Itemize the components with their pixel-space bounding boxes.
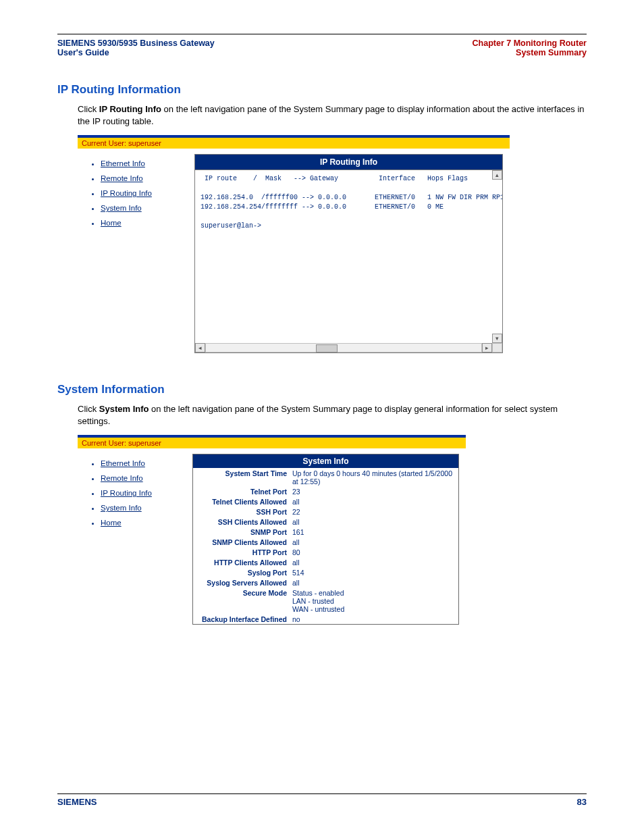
- sidebar: Ethernet Info Remote Info IP Routing Inf…: [78, 149, 194, 360]
- row-key: HTTP Clients Allowed: [193, 557, 290, 567]
- row-key: HTTP Port: [193, 547, 290, 557]
- sidebar-item-ethernet-info[interactable]: Ethernet Info: [101, 159, 145, 167]
- row-key: Syslog Servers Allowed: [193, 577, 290, 588]
- row-value: all: [290, 537, 458, 547]
- row-key: SNMP Clients Allowed: [193, 537, 290, 547]
- scroll-up-icon[interactable]: ▴: [492, 170, 502, 180]
- row-value: 161: [290, 527, 458, 537]
- scroll-h-track[interactable]: [205, 343, 482, 353]
- row-key: SNMP Port: [193, 527, 290, 537]
- sidebar2-item-ethernet-info[interactable]: Ethernet Info: [101, 459, 145, 467]
- sidebar-item-ip-routing-info[interactable]: IP Routing Info: [101, 189, 152, 197]
- para1-bold: IP Routing Info: [99, 104, 161, 114]
- scroll-corner: [492, 343, 502, 353]
- sidebar2-item-system-info[interactable]: System Info: [101, 504, 142, 512]
- table-row: SSH Port22: [193, 506, 458, 517]
- row-value: 23: [290, 486, 458, 496]
- sidebar-2: Ethernet Info Remote Info IP Routing Inf…: [78, 448, 192, 631]
- figure-system-info: Current User: superuser Ethernet Info Re…: [78, 435, 587, 631]
- row-value: all: [290, 517, 458, 527]
- table-row: SSH Clients Allowedall: [193, 517, 458, 527]
- section2-para: Click System Info on the left navigation…: [57, 403, 587, 427]
- header-left-line2: User's Guide: [57, 48, 215, 57]
- sidebar2-item-ip-routing-info[interactable]: IP Routing Info: [101, 489, 152, 497]
- row-key: System Start Time: [193, 468, 290, 486]
- row-key: Secure Mode: [193, 588, 290, 614]
- row-value: 22: [290, 506, 458, 517]
- header-right-line2: System Summary: [473, 48, 587, 57]
- row-key: Telnet Clients Allowed: [193, 496, 290, 506]
- para2-pre: Click: [78, 404, 99, 414]
- scroll-h-thumb[interactable]: [316, 344, 338, 353]
- row-value: Up for 0 days 0 hours 40 minutes (starte…: [290, 468, 458, 486]
- sidebar-item-system-info[interactable]: System Info: [101, 204, 142, 212]
- section-heading-ip-routing: IP Routing Information: [57, 83, 587, 97]
- section1-para: Click IP Routing Info on the left naviga…: [57, 103, 587, 127]
- row-key: Syslog Port: [193, 567, 290, 577]
- table-row: Secure ModeStatus - enabled LAN - truste…: [193, 588, 458, 614]
- table-row: Telnet Port23: [193, 486, 458, 496]
- para2-post: on the left navigation pane of the Syste…: [78, 404, 558, 426]
- scroll-down-icon[interactable]: ▾: [492, 334, 502, 343]
- sidebar2-item-home[interactable]: Home: [101, 519, 122, 527]
- header-right-line1: Chapter 7 Monitoring Router: [473, 38, 587, 48]
- row-value: all: [290, 496, 458, 506]
- table-row: HTTP Clients Allowedall: [193, 557, 458, 567]
- row-key: SSH Port: [193, 506, 290, 517]
- row-key: Telnet Port: [193, 486, 290, 496]
- figure-ip-routing: Current User: superuser Ethernet Info Re…: [78, 135, 587, 360]
- row-value: 80: [290, 547, 458, 557]
- section-heading-system-info: System Information: [57, 383, 587, 396]
- scroll-left-icon[interactable]: ◂: [195, 343, 205, 353]
- page-header: SIEMENS 5930/5935 Business Gateway User'…: [57, 34, 587, 60]
- routing-output-text: IP route / Mask --> Gateway Interface Ho…: [195, 170, 502, 235]
- header-left-line1: SIEMENS 5930/5935 Business Gateway: [57, 38, 215, 48]
- table-row: HTTP Port80: [193, 547, 458, 557]
- para2-bold: System Info: [99, 404, 149, 414]
- system-info-table: System Info System Start TimeUp for 0 da…: [192, 454, 459, 625]
- row-value: no: [290, 614, 458, 624]
- row-value: 514: [290, 567, 458, 577]
- footer-page-number: 83: [577, 797, 587, 807]
- row-value: all: [290, 557, 458, 567]
- table-row: SNMP Port161: [193, 527, 458, 537]
- panel-title-ip-routing: IP Routing Info: [194, 154, 503, 170]
- footer-brand: SIEMENS: [57, 797, 97, 807]
- row-key: SSH Clients Allowed: [193, 517, 290, 527]
- user-bar: Current User: superuser: [78, 138, 510, 149]
- row-value: Status - enabled LAN - trusted WAN - unt…: [290, 588, 458, 614]
- routing-output-box: IP route / Mask --> Gateway Interface Ho…: [194, 170, 503, 353]
- table-row: System Start TimeUp for 0 days 0 hours 4…: [193, 468, 458, 486]
- sidebar2-item-remote-info[interactable]: Remote Info: [101, 474, 143, 482]
- sidebar-item-remote-info[interactable]: Remote Info: [101, 174, 143, 182]
- row-key: Backup Interface Defined: [193, 614, 290, 624]
- row-value: all: [290, 577, 458, 588]
- sidebar-item-home[interactable]: Home: [101, 219, 122, 227]
- panel-title-system-info: System Info: [193, 454, 458, 468]
- table-row: Telnet Clients Allowedall: [193, 496, 458, 506]
- table-row: Syslog Port514: [193, 567, 458, 577]
- para1-pre: Click: [78, 104, 99, 114]
- user-bar-2: Current User: superuser: [78, 438, 466, 448]
- table-row: Backup Interface Definedno: [193, 614, 458, 624]
- table-row: Syslog Servers Allowedall: [193, 577, 458, 588]
- table-row: SNMP Clients Allowedall: [193, 537, 458, 547]
- page-footer: SIEMENS 83: [57, 793, 587, 807]
- scroll-right-icon[interactable]: ▸: [482, 343, 492, 353]
